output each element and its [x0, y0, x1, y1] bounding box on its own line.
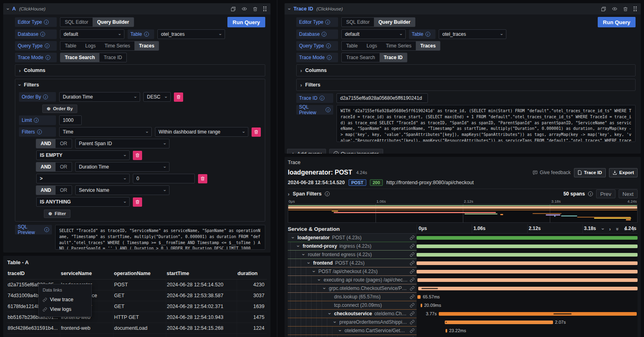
span-link-icon[interactable]: [410, 277, 415, 284]
tab-traces[interactable]: Traces: [134, 41, 159, 50]
info-icon[interactable]: i: [44, 20, 49, 25]
span-link-icon[interactable]: [410, 235, 415, 241]
and-option[interactable]: AND: [36, 162, 56, 171]
filter-field-select[interactable]: Duration Time›: [75, 162, 169, 172]
chevron-right-icon[interactable]: ›: [288, 191, 289, 197]
span-waterfall-cell[interactable]: 20.09ms: [417, 301, 638, 310]
info-icon[interactable]: i: [43, 95, 48, 99]
span-row[interactable]: ›POST /api/checkout (4.22s): [288, 267, 638, 276]
span-row[interactable]: ›dns.lookup (65.57ms)65.57ms: [288, 293, 638, 301]
trace-link[interactable]: 3ce7ecfc91941996c...: [7, 334, 60, 337]
chevron-down-icon[interactable]: ›: [295, 244, 301, 248]
order-by-direction-select[interactable]: DESC›: [143, 92, 171, 102]
trace-search-option[interactable]: Trace Search: [60, 53, 99, 62]
span-row[interactable]: ›executing api route (pages) /api/checko…: [288, 276, 638, 284]
filters-section[interactable]: ›Filters: [296, 79, 636, 91]
remove-order-by-button[interactable]: [174, 92, 183, 102]
chevron-down-icon[interactable]: ›: [290, 236, 296, 240]
tab-logs[interactable]: Logs: [362, 41, 382, 50]
span-row[interactable]: ›oteldemo.CartService/GetCart (23.22ms)2…: [288, 327, 638, 335]
tab-table[interactable]: Table: [342, 41, 362, 50]
span-waterfall-cell[interactable]: [417, 335, 638, 337]
chevron-down-icon[interactable]: ›: [337, 329, 343, 333]
or-option[interactable]: OR: [56, 139, 72, 148]
chevron-down-icon[interactable]: ›: [327, 312, 332, 316]
columns-section[interactable]: ›Columns: [296, 64, 636, 76]
span-waterfall-cell[interactable]: [417, 234, 638, 242]
duplicate-icon[interactable]: [601, 6, 606, 12]
span-link-icon[interactable]: [410, 311, 415, 317]
span-bar[interactable]: [417, 295, 421, 299]
chevron-down-icon[interactable]: ›: [301, 253, 306, 257]
remove-filter-button[interactable]: [198, 174, 207, 183]
give-feedback-link[interactable]: Give feedback: [533, 170, 571, 175]
span-link-icon[interactable]: [410, 269, 415, 275]
trace-minimap[interactable]: [288, 204, 638, 223]
info-icon[interactable]: i: [322, 32, 326, 37]
span-row[interactable]: ›loadgeneratorPOST (4.23s): [288, 234, 638, 242]
span-link-icon[interactable]: [410, 294, 415, 300]
span-row[interactable]: ›frontendPOST (4.22s): [288, 259, 638, 267]
and-option[interactable]: AND: [36, 139, 56, 148]
remove-filter-button[interactable]: [133, 197, 142, 207]
info-icon[interactable]: i: [34, 118, 39, 123]
span-waterfall-cell[interactable]: [417, 284, 638, 293]
query-a-header[interactable]: › A (ClickHouse): [3, 3, 270, 14]
span-link-icon[interactable]: [410, 261, 415, 267]
span-waterfall-cell[interactable]: 3.77s: [417, 310, 638, 318]
filter-value-select[interactable]: Within dashboard time range›: [155, 127, 248, 137]
info-icon[interactable]: i: [44, 227, 49, 232]
or-option[interactable]: OR: [56, 162, 72, 171]
col-servicename[interactable]: serviceName: [60, 268, 113, 279]
filter-operator-select[interactable]: IS ANYTHING›: [36, 197, 130, 207]
span-bar[interactable]: [421, 304, 422, 307]
tab-table[interactable]: Table: [60, 41, 81, 50]
span-bar[interactable]: [417, 278, 638, 282]
info-icon[interactable]: i: [325, 191, 330, 196]
database-select[interactable]: default›: [341, 29, 406, 39]
span-bar[interactable]: [417, 245, 638, 248]
span-waterfall-cell[interactable]: [417, 259, 638, 267]
info-icon[interactable]: i: [320, 96, 324, 101]
span-waterfall-cell[interactable]: [417, 267, 638, 276]
info-icon[interactable]: i: [588, 191, 593, 196]
span-waterfall-cell[interactable]: [417, 276, 638, 284]
info-icon[interactable]: i: [144, 32, 149, 37]
chevron-down-icon[interactable]: ›: [306, 261, 312, 265]
span-bar[interactable]: [417, 270, 638, 273]
span-waterfall-cell[interactable]: 2.07s: [417, 318, 638, 327]
filter-value-input[interactable]: [133, 174, 195, 183]
col-traceid[interactable]: traceID: [7, 268, 60, 279]
drag-handle-icon[interactable]: [634, 6, 637, 11]
tab-logs[interactable]: Logs: [81, 41, 100, 50]
query-builder-option[interactable]: Query Builder: [374, 18, 415, 27]
span-bar[interactable]: [417, 236, 638, 240]
view-logs-link[interactable]: View logs: [39, 304, 91, 314]
drag-handle-icon[interactable]: [263, 6, 266, 11]
next-button[interactable]: Next: [619, 189, 638, 198]
query-inspector-button[interactable]: iQuery inspector: [329, 149, 383, 154]
query-builder-option[interactable]: Query Builder: [93, 18, 133, 27]
limit-input[interactable]: [59, 115, 82, 125]
columns-section[interactable]: ›Columns: [15, 64, 265, 76]
filter-operator-select[interactable]: IS EMPTY›: [36, 150, 130, 160]
span-waterfall-cell[interactable]: [417, 251, 638, 259]
span-row[interactable]: ›router frontend egress (4.22s): [288, 251, 638, 259]
trace-id-option[interactable]: Trace ID: [380, 53, 407, 62]
sql-editor-option[interactable]: SQL Editor: [60, 18, 93, 27]
span-link-icon[interactable]: [410, 252, 415, 258]
span-bar[interactable]: [417, 253, 638, 257]
chevron-down-icon[interactable]: ›: [311, 269, 317, 273]
span-row[interactable]: ›tcp.connect (20.09ms)20.09ms: [288, 301, 638, 310]
filter-field-select[interactable]: Parent Span ID›: [75, 139, 169, 148]
span-row[interactable]: ›cartservicePOST /oteldemo.CartService/G…: [288, 335, 638, 337]
duplicate-icon[interactable]: [231, 6, 236, 12]
trace-id-option[interactable]: Trace ID: [99, 53, 127, 62]
chevron-down-icon[interactable]: ›: [322, 286, 327, 290]
tab-time-series[interactable]: Time Series: [100, 41, 135, 50]
span-waterfall-cell[interactable]: 23.22ms: [417, 327, 638, 335]
eye-icon[interactable]: [242, 6, 247, 12]
table-select[interactable]: otel_traces›: [439, 29, 506, 39]
info-icon[interactable]: i: [425, 32, 430, 37]
info-icon[interactable]: i: [326, 107, 330, 112]
